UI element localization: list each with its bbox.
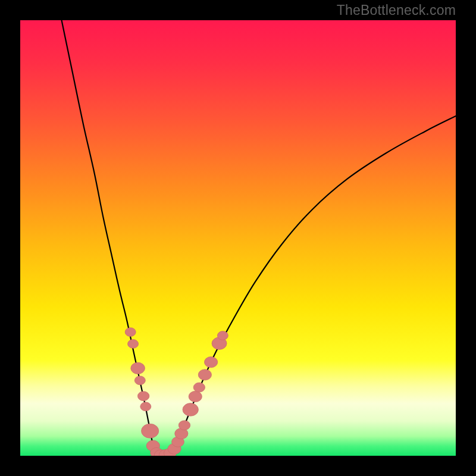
plot-area [20, 20, 456, 456]
marker-point [125, 328, 136, 337]
curve-layer [20, 20, 456, 456]
marker-point [193, 383, 205, 392]
marker-point [198, 369, 211, 380]
marker-point [217, 331, 228, 340]
marker-point [183, 403, 198, 416]
marker-point [134, 376, 145, 385]
marker-point [140, 402, 151, 411]
watermark-text: TheBottleneck.com [337, 2, 456, 18]
marker-point [204, 356, 217, 367]
bottleneck-curve [62, 20, 456, 456]
marker-point [142, 424, 159, 438]
marker-group [125, 328, 228, 456]
frame: TheBottleneck.com [0, 0, 476, 476]
marker-point [178, 421, 190, 430]
marker-point [128, 339, 139, 348]
marker-point [189, 391, 202, 402]
marker-point [131, 362, 145, 374]
marker-point [137, 392, 149, 401]
